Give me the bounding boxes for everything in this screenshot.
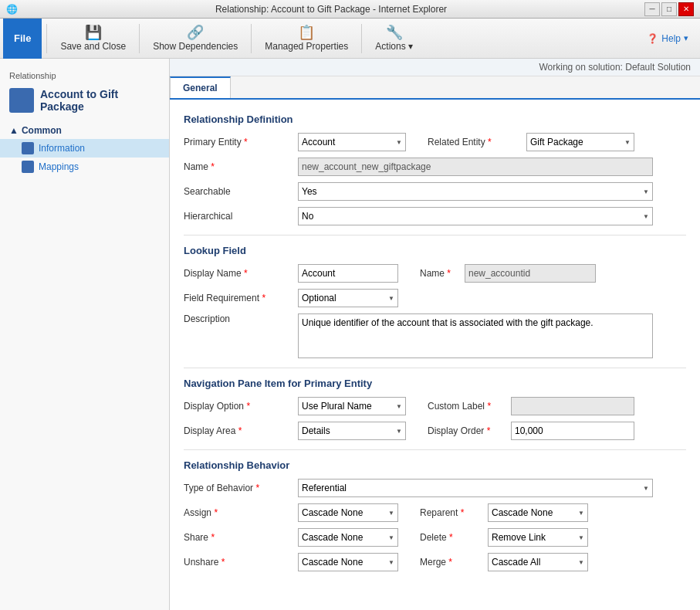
maximize-button[interactable]: □ [661,2,677,16]
related-entity-select-wrapper: Gift Package [526,133,634,151]
actions-text: Actions [375,41,405,52]
merge-label: Merge * [420,557,482,568]
sidebar-item-information[interactable]: Information [0,139,169,158]
display-option-select[interactable]: Use Plural Name [298,397,406,415]
name-required: * [211,161,215,172]
collapse-icon: ▲ [9,125,19,136]
help-button[interactable]: ❓ Help ▾ [638,23,697,54]
assign-select-wrapper: Cascade None [298,503,398,522]
primary-entity-required: * [244,137,248,147]
display-area-label-text: Display Area [184,425,235,436]
primary-entity-select[interactable]: Account [298,133,406,151]
type-behavior-select[interactable]: Referential [298,479,653,497]
managed-props-label: Managed Properties [265,41,348,52]
assign-select[interactable]: Cascade None [298,503,398,522]
share-delete-row: Share * Cascade None Delete * Remove Lin… [184,528,686,547]
related-entity-required: * [488,137,492,147]
toolbar-separator-3 [251,24,252,53]
unshare-label: Unshare * [184,557,292,568]
primary-entity-select-wrapper: Account [298,133,406,151]
help-icon: ❓ [647,33,658,44]
share-required: * [211,532,215,543]
file-button[interactable]: File [3,19,42,59]
field-req-label: Field Requirement * [184,293,292,303]
section-title-nav-pane: Navigation Pane Item for Primary Entity [184,378,686,389]
description-label: Description [184,313,292,324]
searchable-select-wrapper: Yes [298,182,653,201]
separator-3 [184,449,686,450]
description-row: Description [184,313,686,358]
toolbar-separator-4 [361,24,362,53]
name-label-text: Name [184,161,208,172]
hierarchical-label: Hierarchical [184,211,292,222]
lookup-display-name-required: * [244,268,248,279]
searchable-select[interactable]: Yes [298,182,653,201]
close-button[interactable]: ✕ [678,2,694,16]
toolbar-separator-1 [46,24,47,53]
actions-button[interactable]: 🔧 Actions ▾ [367,23,421,54]
section-title-behavior: Relationship Behavior [184,459,686,471]
unshare-merge-row: Unshare * Cascade None Merge * Cascade A… [184,553,686,571]
reparent-required: * [461,507,465,518]
unshare-select[interactable]: Cascade None [298,553,398,571]
nav-group-label: Common [22,125,62,136]
sidebar-item-mappings[interactable]: Mappings [0,158,169,176]
show-deps-button[interactable]: 🔗 Show Dependencies [144,23,246,54]
assign-required: * [214,507,218,518]
share-select-wrapper: Cascade None [298,528,398,547]
display-order-label: Display Order * [428,425,505,436]
description-textarea[interactable] [298,313,653,358]
minimize-button[interactable]: ─ [644,2,660,16]
assign-label-text: Assign [184,507,211,518]
tab-general[interactable]: General [170,76,231,98]
title-bar: 🌐 Relationship: Account to Gift Package … [0,0,700,19]
delete-select[interactable]: Remove Link [488,528,588,547]
entity-row: Primary Entity * Account Related Entity … [184,133,686,151]
share-label-text: Share [184,532,208,543]
unshare-required: * [221,557,225,568]
hierarchical-row: Hierarchical No [184,207,686,225]
nav-item-label-information: Information [39,143,85,154]
show-deps-label: Show Dependencies [153,41,238,52]
share-label: Share * [184,532,292,543]
share-select[interactable]: Cascade None [298,528,398,547]
lookup-name-input[interactable] [465,264,596,283]
lookup-display-name-row: Display Name * Name * [184,264,686,283]
display-area-select[interactable]: Details [298,422,406,440]
merge-select[interactable]: Cascade All [488,553,588,571]
lookup-name-label: Name * [420,268,458,279]
lookup-name-label-text: Name [420,268,445,279]
reparent-select[interactable]: Cascade None [488,503,588,522]
page-heading-row: Account to Gift Package [0,88,169,122]
separator-2 [184,368,686,368]
searchable-row: Searchable Yes [184,182,686,201]
lookup-name-required: * [447,268,451,279]
nav-group-common[interactable]: ▲ Common [0,122,169,139]
delete-label: Delete * [420,532,482,543]
reparent-label: Reparent * [420,507,482,518]
display-order-label-text: Display Order [428,425,484,436]
related-entity-label-text: Related Entity [428,137,485,147]
field-req-select[interactable]: Optional [298,289,398,307]
hierarchical-select[interactable]: No [298,207,653,225]
name-input[interactable] [298,158,653,176]
unshare-label-text: Unshare [184,557,218,568]
related-entity-select[interactable]: Gift Package [526,133,634,151]
type-behavior-row: Type of Behavior * Referential [184,479,686,497]
custom-label-label-text: Custom Label [428,401,485,412]
delete-required: * [449,532,453,543]
relationship-icon [9,88,34,113]
save-close-button[interactable]: 💾 Save and Close [52,23,134,54]
toolbar: File 💾 Save and Close 🔗 Show Dependencie… [0,19,700,59]
tab-bar: General [170,76,700,100]
display-order-input[interactable] [511,422,634,440]
type-behavior-label: Type of Behavior * [184,483,292,493]
separator-1 [184,235,686,236]
toolbar-separator-2 [139,24,140,53]
custom-label-input[interactable] [511,397,634,415]
lookup-display-name-input[interactable] [298,264,398,283]
managed-props-button[interactable]: 📋 Managed Properties [256,23,357,54]
window-controls[interactable]: ─ □ ✕ [644,2,694,16]
assign-reparent-row: Assign * Cascade None Reparent * Cascade… [184,503,686,522]
display-option-row: Display Option * Use Plural Name Custom … [184,397,686,415]
